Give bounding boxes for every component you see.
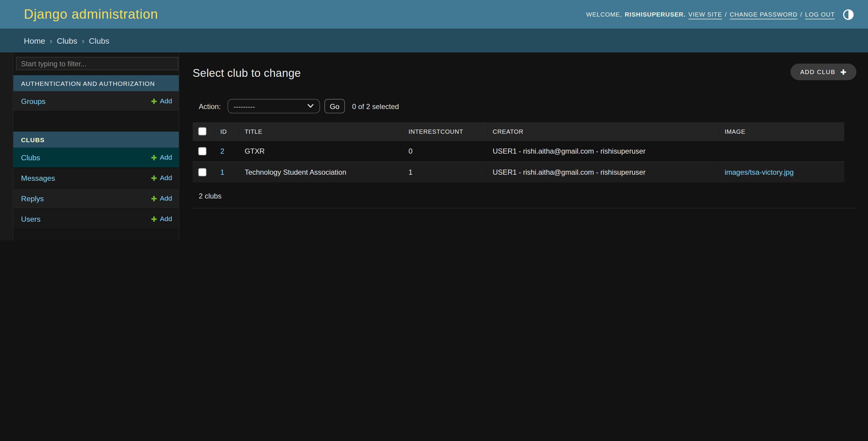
add-label: Add bbox=[160, 195, 172, 202]
main-content: ADD CLUB ✚ Select club to change Action:… bbox=[180, 53, 868, 240]
sidebar-section-clubs: CLUBS Clubs ✚ Add Messages ✚ Add bbox=[13, 132, 179, 230]
content-area: « AUTHENTICATION AND AUTHORIZATION Group… bbox=[0, 53, 868, 240]
sidebar-section-title-authentication[interactable]: AUTHENTICATION AND AUTHORIZATION bbox=[13, 75, 179, 91]
username: RISHISUPERUSER. bbox=[625, 11, 686, 18]
users-link[interactable]: Users bbox=[21, 215, 41, 223]
site-title[interactable]: Django administration bbox=[24, 7, 158, 22]
select-all-checkbox[interactable] bbox=[198, 127, 207, 136]
paginator-count: 2 clubs bbox=[193, 182, 857, 200]
id-link[interactable]: 2 bbox=[220, 147, 224, 156]
breadcrumb-current: Clubs bbox=[89, 36, 110, 45]
add-groups-button[interactable]: ✚ Add bbox=[151, 97, 172, 105]
add-users-button[interactable]: ✚ Add bbox=[151, 215, 172, 223]
clubs-link[interactable]: Clubs bbox=[21, 153, 40, 162]
welcome-text: WELCOME, bbox=[586, 11, 622, 18]
log-out-link[interactable]: LOG OUT bbox=[805, 11, 835, 18]
link-separator: / bbox=[725, 11, 727, 18]
breadcrumb-separator: › bbox=[50, 36, 53, 45]
sidebar-toggle-strip: « bbox=[0, 53, 13, 240]
selection-counter: 0 of 2 selected bbox=[352, 102, 399, 110]
row-checkbox-cell bbox=[193, 141, 215, 162]
sidebar-item-replys: Replys ✚ Add bbox=[13, 189, 179, 209]
breadcrumb-link-clubs-app[interactable]: Clubs bbox=[57, 36, 77, 45]
add-label: Add bbox=[160, 154, 172, 162]
breadcrumb: Home › Clubs › Clubs bbox=[0, 29, 868, 53]
column-header-image[interactable]: IMAGE bbox=[719, 122, 844, 141]
add-club-button[interactable]: ADD CLUB ✚ bbox=[791, 64, 857, 80]
result-table: ID TITLE INTERESTCOUNT CREATOR IMAGE bbox=[193, 122, 844, 182]
sidebar-filter-input[interactable] bbox=[16, 57, 178, 70]
creator-cell: USER1 - rishi.aitha@gmail.com - rishisup… bbox=[487, 162, 719, 182]
action-select[interactable]: --------- bbox=[227, 99, 320, 113]
theme-toggle-icon[interactable] bbox=[843, 9, 854, 20]
plus-icon: ✚ bbox=[151, 215, 157, 223]
chevron-down-icon bbox=[307, 104, 314, 108]
add-messages-button[interactable]: ✚ Add bbox=[151, 174, 172, 182]
add-label: Add bbox=[160, 215, 172, 223]
sidebar-item-clubs: Clubs ✚ Add bbox=[13, 147, 179, 168]
column-header-title[interactable]: TITLE bbox=[239, 122, 403, 141]
column-header-creator[interactable]: CREATOR bbox=[487, 122, 719, 141]
row-checkbox-cell bbox=[193, 162, 215, 182]
plus-icon: ✚ bbox=[151, 98, 157, 105]
image-link[interactable]: images/tsa-victory.jpg bbox=[725, 168, 794, 176]
plus-icon: ✚ bbox=[840, 68, 847, 76]
add-label: Add bbox=[160, 174, 172, 182]
image-cell bbox=[719, 141, 844, 162]
user-tools: WELCOME, RISHISUPERUSER. VIEW SITE / CHA… bbox=[586, 9, 854, 20]
sidebar-item-messages: Messages ✚ Add bbox=[13, 168, 179, 189]
change-password-link[interactable]: CHANGE PASSWORD bbox=[730, 11, 798, 18]
title-cell: Technology Student Association bbox=[239, 162, 403, 182]
sidebar-nav: AUTHENTICATION AND AUTHORIZATION Groups … bbox=[13, 53, 180, 240]
sidebar-item-users: Users ✚ Add bbox=[13, 209, 179, 230]
add-replys-button[interactable]: ✚ Add bbox=[151, 195, 172, 202]
table-row: 1 Technology Student Association 1 USER1… bbox=[193, 162, 844, 182]
actions-bar: Action: --------- Go 0 of 2 selected bbox=[199, 99, 857, 113]
changelist: Action: --------- Go 0 of 2 selected bbox=[193, 99, 857, 208]
select-all-checkbox-cell bbox=[193, 122, 215, 141]
object-tools: ADD CLUB ✚ bbox=[791, 64, 857, 80]
replys-link[interactable]: Replys bbox=[21, 194, 44, 203]
go-button[interactable]: Go bbox=[324, 99, 345, 113]
title-cell: GTXR bbox=[239, 141, 403, 162]
column-header-interestcount[interactable]: INTERESTCOUNT bbox=[403, 122, 487, 141]
column-header-id[interactable]: ID bbox=[215, 122, 239, 141]
sidebar-section-title-clubs[interactable]: CLUBS bbox=[13, 132, 179, 147]
header: Django administration WELCOME, RISHISUPE… bbox=[0, 0, 868, 29]
interestcount-cell: 0 bbox=[403, 141, 487, 162]
breadcrumb-separator: › bbox=[82, 36, 85, 45]
django-admin-page: Django administration WELCOME, RISHISUPE… bbox=[0, 0, 868, 240]
sidebar-section-authentication: AUTHENTICATION AND AUTHORIZATION Groups … bbox=[13, 75, 179, 112]
plus-icon: ✚ bbox=[151, 195, 157, 202]
plus-icon: ✚ bbox=[151, 154, 157, 161]
page-title: Select club to change bbox=[193, 67, 857, 79]
id-link[interactable]: 1 bbox=[220, 168, 224, 176]
add-label: Add bbox=[160, 97, 172, 105]
groups-link[interactable]: Groups bbox=[21, 97, 45, 105]
sidebar-item-groups: Groups ✚ Add bbox=[13, 91, 179, 112]
creator-cell: USER1 - rishi.aitha@gmail.com - rishisup… bbox=[487, 141, 719, 162]
table-header-row: ID TITLE INTERESTCOUNT CREATOR IMAGE bbox=[193, 122, 844, 141]
breadcrumb-link-home[interactable]: Home bbox=[24, 36, 45, 45]
interestcount-cell: 1 bbox=[403, 162, 487, 182]
action-label: Action: bbox=[199, 102, 221, 110]
row-checkbox[interactable] bbox=[198, 168, 207, 176]
link-separator: / bbox=[800, 11, 802, 18]
add-club-label: ADD CLUB bbox=[800, 69, 835, 75]
table-row: 2 GTXR 0 USER1 - rishi.aitha@gmail.com -… bbox=[193, 141, 844, 162]
view-site-link[interactable]: VIEW SITE bbox=[688, 11, 722, 18]
messages-link[interactable]: Messages bbox=[21, 174, 55, 182]
row-checkbox[interactable] bbox=[198, 147, 207, 156]
action-select-value: --------- bbox=[234, 102, 255, 110]
add-clubs-button[interactable]: ✚ Add bbox=[151, 154, 172, 162]
plus-icon: ✚ bbox=[151, 174, 157, 182]
